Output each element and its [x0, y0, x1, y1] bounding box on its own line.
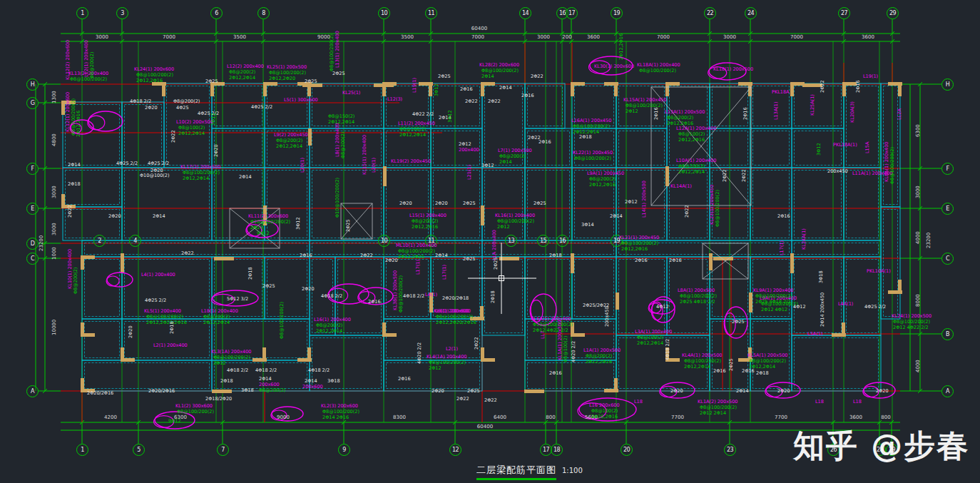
beam-annotation: 4Φ18 2/2: [665, 339, 670, 360]
beam-annotation: L10(2) 200x500: [176, 120, 213, 125]
beam-annotation: KL3(1A) 200x400: [211, 350, 251, 355]
axis-bubble-17: 17: [566, 7, 578, 19]
beam-annotation: Φ8@100/200(2): [330, 34, 335, 71]
beam-annotation: 2Φ12,2Φ16: [589, 183, 616, 188]
beam-annotation: 2Φ12: [626, 109, 638, 114]
beam-annotation: Φ8@100/200(2): [213, 355, 250, 360]
beam-annotation: KL24(1) 200x600: [134, 67, 174, 72]
beam-annotation: 2Φ12,2Φ14: [203, 320, 230, 325]
beam-annotation: KL21(1) 200x450: [619, 235, 659, 240]
axis-bubble-18: 18: [551, 444, 563, 456]
beam-annotation: KL24A(1): [802, 228, 807, 250]
beam-annotation: 2Φ18: [220, 379, 233, 384]
beam-annotation: Φ8@200(2): [499, 154, 526, 159]
beam-annotation: 2Φ14: [259, 377, 272, 382]
beam-annotation: Φ8@100/200(2): [322, 410, 359, 415]
beam-annotation: KL17(2) 200x500: [180, 165, 220, 170]
beam-annotation: L12(1) 200x400: [84, 40, 89, 77]
beam-annotation: Φ8@100/200(2): [684, 359, 721, 364]
dimension-label: 23200: [39, 235, 44, 251]
beam-annotation: 2Φ18: [579, 135, 592, 140]
axis-bubble-22: 22: [704, 7, 716, 19]
dimension-label: 4000: [915, 231, 921, 244]
dimension-label: 23200: [926, 233, 931, 248]
beam-annotation: 2Φ12,2Φ16: [136, 78, 163, 83]
dimension-label: 3000: [915, 185, 921, 198]
beam-annotation: 2Φ25: [463, 257, 476, 262]
dimension-label: 7000: [790, 34, 803, 40]
beam-annotation: Φ8@200(2): [229, 70, 255, 75]
beam-annotation: Φ10@100(2): [140, 173, 170, 178]
beam-annotation: 2Φ14: [481, 74, 494, 79]
beam-annotation: 2Φ22: [360, 253, 373, 258]
dimension-label: 200: [562, 34, 571, 40]
beam-annotation: L21(1): [467, 165, 472, 180]
axis-bubble-10: 10: [378, 235, 390, 247]
axis-bubble-24: 24: [745, 7, 757, 19]
beam-annotation: Φ8@100(2): [399, 127, 426, 132]
beam-annotation: 2Φ16: [654, 107, 659, 120]
beam-annotation: L11(2) 200x450: [398, 121, 435, 126]
beam-annotation: 2Φ20: [302, 287, 315, 292]
beam-annotation: PKL10A(1): [867, 269, 891, 274]
dimension-label: 1000: [51, 247, 57, 260]
beam-annotation: L16 200x600: [589, 403, 620, 408]
beam-annotation: L13(1) 200x400: [335, 31, 340, 68]
axis-bubble-8: 8: [257, 7, 270, 19]
beam-annotation: 2Φ12,2Φ25: [398, 255, 424, 260]
beam-annotation: Φ8@200(2): [589, 177, 616, 182]
beam-annotation: KL16(1) 200x400: [495, 213, 535, 218]
axis-bubble-19: 19: [611, 7, 623, 19]
beam-annotation: L9(2) 200x450: [274, 133, 308, 138]
beam-annotation: L4A(1): [838, 302, 853, 307]
beam-annotation: 200x400: [459, 148, 479, 153]
beam-annotation: 2Φ12,2Φ14: [637, 341, 663, 346]
beam-annotation: 2Φ12: [497, 225, 510, 230]
beam-annotation: 2Φ12,2Φ14: [229, 76, 255, 81]
beam-annotation: KL20A(3): [850, 101, 855, 123]
axis-bubble-12: 12: [449, 444, 461, 456]
dimension-label: 7700: [775, 415, 787, 420]
beam-annotation: 2Φ18: [248, 267, 253, 280]
beam-annotation: 2Φ12,2Φ14: [178, 131, 205, 136]
beam-annotation: 2Φ20: [214, 144, 219, 157]
axis-bubble-H: H: [26, 78, 39, 91]
beam-annotation: 2Φ14: [435, 253, 448, 258]
dimension-label: 800: [881, 415, 890, 420]
beam-annotation: 2Φ16: [856, 80, 861, 93]
cad-drawing-canvas[interactable]: 1368101114161719222427291579121718202326…: [0, 0, 980, 483]
dimension-label: 4200: [104, 415, 117, 420]
beam-annotation: L16A(1) 200x450: [571, 118, 611, 123]
beam-annotation: 2Φ20: [670, 389, 683, 394]
axis-bubble-1: 1: [76, 444, 88, 456]
beam-annotation: L20(1): [372, 158, 377, 173]
beam-annotation: 2Φ20: [108, 214, 121, 219]
beam-annotation: KL28(2) 200x600: [479, 63, 519, 68]
beam-annotation: 2Φ12: [625, 200, 638, 205]
beam-annotation: 2Φ22: [531, 74, 543, 79]
beam-annotation: 4Φ25 2/2: [251, 105, 272, 110]
beam-annotation: KL1A(2) 200x500: [698, 400, 737, 405]
beam-annotation: Φ8@100(2): [678, 132, 705, 137]
beam-annotation: 4Φ18 2/2: [227, 368, 248, 373]
beam-annotation: 2Φ12,2Φ14: [684, 365, 710, 370]
beam-annotation: 3Φ12: [817, 143, 822, 156]
beam-annotation: L3A(1): [807, 332, 822, 337]
axis-bubble-A: A: [26, 385, 39, 397]
beam-annotation: KL4(1A) 200x400: [427, 355, 466, 360]
beam-annotation: Φ8@150(2): [328, 114, 354, 119]
beam-annotation: Φ8@100/200(2): [574, 156, 611, 161]
beam-annotation: 2Φ20,2Φ16: [591, 415, 618, 420]
beam-annotation: 4Φ18 2/2: [308, 368, 330, 373]
beam-annotation: L14(1) 200x500: [642, 181, 647, 218]
beam-annotation: 2Φ16: [777, 214, 790, 219]
beam-annotation: KL9A(1) 200x400: [753, 288, 793, 293]
beam-annotation: Φ8@100(2): [563, 336, 568, 362]
beam-annotation: PKL18A: [772, 90, 790, 95]
beam-annotation: 2Φ22: [488, 99, 501, 104]
beam-annotation: Φ8@100/200(2): [749, 359, 786, 364]
axis-bubble-6: 6: [210, 7, 223, 19]
beam-annotation: L5(1) 300x600: [284, 98, 318, 103]
axis-bubble-9: 9: [338, 444, 350, 456]
beam-annotation: 2Φ12,2Φ16: [412, 225, 438, 230]
